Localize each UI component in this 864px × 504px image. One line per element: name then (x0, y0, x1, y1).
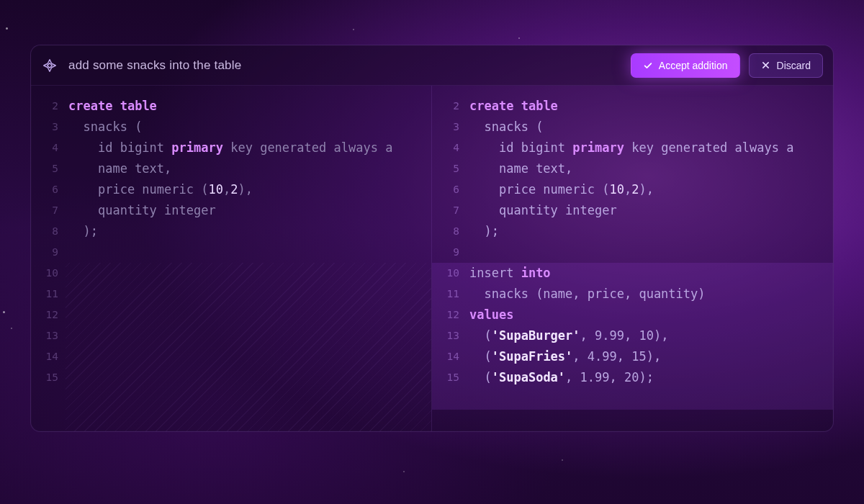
prompt-actions: Accept addition Discard (631, 53, 823, 78)
background-star (518, 37, 520, 39)
line-number: 7 (31, 200, 58, 221)
background-star (11, 328, 12, 329)
diff-pane-modified[interactable]: 23456789101112131415 create table snacks… (432, 86, 833, 431)
discard-button-label: Discard (777, 60, 811, 71)
line-number: 6 (31, 179, 58, 200)
line-number: 3 (432, 117, 459, 138)
line-number: 5 (31, 158, 58, 179)
background-star (403, 471, 405, 472)
discard-button[interactable]: Discard (749, 53, 823, 78)
line-number: 11 (432, 284, 459, 305)
line-number: 14 (432, 346, 459, 367)
accept-button-label: Accept addition (659, 60, 728, 71)
background-star (353, 29, 354, 30)
background-star (3, 311, 5, 313)
line-number: 11 (31, 284, 58, 305)
prompt-bar: add some snacks into the table Accept ad… (31, 45, 833, 86)
accept-button[interactable]: Accept addition (631, 53, 740, 78)
line-number: 9 (432, 242, 459, 263)
line-number: 12 (432, 305, 459, 325)
line-number-gutter: 23456789101112131415 (432, 96, 467, 431)
prompt-text[interactable]: add some snacks into the table (68, 58, 621, 73)
check-icon (643, 60, 653, 71)
line-number: 14 (31, 346, 58, 367)
close-icon (761, 60, 771, 71)
line-number: 6 (432, 179, 459, 200)
background-star (562, 459, 563, 461)
background-star (6, 27, 8, 30)
ai-sparkle-icon (41, 57, 58, 74)
line-number: 3 (31, 117, 58, 138)
line-number: 7 (432, 200, 459, 221)
line-number: 4 (31, 138, 58, 158)
line-number: 2 (31, 96, 58, 117)
code-modified[interactable]: create table snacks ( id bigint primary … (467, 96, 833, 431)
line-number: 9 (31, 242, 58, 263)
line-number: 10 (31, 263, 58, 284)
line-number: 10 (432, 263, 459, 284)
line-number: 5 (432, 158, 459, 179)
line-number: 12 (31, 305, 58, 325)
line-number: 13 (432, 325, 459, 346)
line-number: 8 (432, 221, 459, 242)
line-number-gutter: 23456789101112131415 (31, 96, 66, 431)
diff-pane-original[interactable]: 23456789101112131415 create table snacks… (31, 86, 432, 431)
diff-view: 23456789101112131415 create table snacks… (31, 86, 833, 431)
line-number: 15 (31, 367, 58, 388)
line-number: 4 (432, 138, 459, 158)
line-number: 8 (31, 221, 58, 242)
line-number: 13 (31, 325, 58, 346)
ai-diff-window: add some snacks into the table Accept ad… (30, 45, 834, 432)
line-number: 2 (432, 96, 459, 117)
code-original[interactable]: create table snacks ( id bigint primary … (66, 96, 431, 431)
line-number: 15 (432, 367, 459, 388)
